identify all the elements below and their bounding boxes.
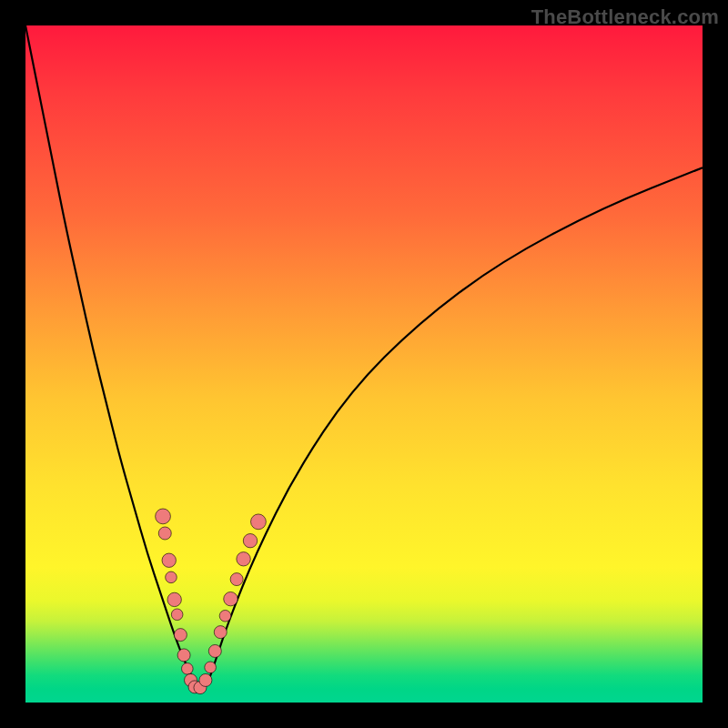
- data-point: [174, 629, 187, 642]
- data-point: [182, 663, 194, 675]
- data-point: [251, 514, 267, 530]
- data-point: [219, 610, 231, 622]
- data-point: [237, 552, 250, 566]
- data-point: [230, 573, 243, 586]
- data-point: [162, 553, 176, 567]
- bottleneck-curve-path: [25, 25, 703, 687]
- curve-layer: [25, 25, 703, 703]
- data-point: [171, 609, 183, 621]
- attribution-text: TheBottleneck.com: [531, 5, 719, 29]
- data-point: [188, 681, 201, 693]
- data-point: [224, 592, 238, 605]
- data-point: [167, 592, 181, 606]
- chart-frame: TheBottleneck.com: [0, 0, 728, 728]
- data-point: [205, 662, 217, 673]
- plot-area: [25, 25, 703, 703]
- data-point: [199, 673, 212, 686]
- data-point: [243, 533, 257, 547]
- data-point: [194, 682, 207, 694]
- data-point: [158, 527, 171, 540]
- data-point: [177, 649, 190, 662]
- data-point: [156, 509, 171, 524]
- data-point: [214, 626, 227, 639]
- curve-points: [156, 509, 267, 694]
- data-point: [185, 673, 197, 686]
- data-point: [166, 571, 177, 583]
- data-point: [208, 644, 221, 657]
